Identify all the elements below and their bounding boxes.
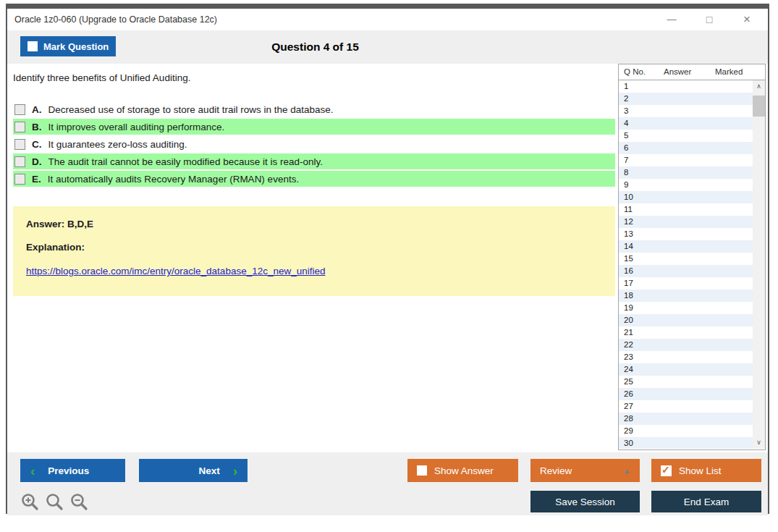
row-question-number: 8: [619, 166, 659, 179]
row-answer-cell: [659, 179, 710, 191]
row-question-number: 21: [619, 326, 659, 339]
question-list-row[interactable]: 30: [619, 437, 753, 449]
question-list-row[interactable]: 22: [619, 339, 753, 351]
row-question-number: 28: [619, 413, 659, 425]
option-d-checkbox[interactable]: [14, 156, 25, 167]
row-question-number: 24: [619, 363, 659, 376]
row-answer-cell: [659, 117, 710, 130]
question-list-scrollbar[interactable]: ∧ ∨: [753, 80, 765, 449]
column-header-marked: Marked: [715, 67, 743, 76]
question-list-row[interactable]: 5: [619, 130, 753, 142]
question-list-row[interactable]: 9: [619, 179, 753, 191]
minimize-icon[interactable]: —: [661, 9, 682, 30]
row-question-number: 27: [619, 400, 659, 413]
question-list-row[interactable]: 7: [619, 154, 753, 166]
row-answer-cell: [659, 400, 710, 413]
question-list-row[interactable]: 29: [619, 425, 753, 437]
question-list-row[interactable]: 24: [619, 363, 753, 376]
show-list-button[interactable]: ✓ Show List: [651, 459, 761, 482]
question-list-row[interactable]: 2: [619, 93, 753, 105]
option-row-a[interactable]: A. Decreased use of storage to store aud…: [13, 101, 615, 117]
next-button[interactable]: Next ›: [139, 459, 248, 482]
end-exam-button[interactable]: End Exam: [651, 491, 761, 512]
option-a-checkbox[interactable]: [14, 104, 25, 115]
option-e-checkbox[interactable]: [14, 174, 25, 185]
row-marked-cell: [710, 339, 753, 351]
option-letter: A.: [32, 104, 42, 115]
question-list-row[interactable]: 25: [619, 376, 753, 388]
row-marked-cell: [710, 228, 753, 240]
question-list-row[interactable]: 10: [619, 191, 753, 203]
options-list: A. Decreased use of storage to store aud…: [13, 101, 615, 188]
question-list-row[interactable]: 27: [619, 400, 753, 413]
question-list-row[interactable]: 3: [619, 105, 753, 117]
row-answer-cell: [659, 314, 710, 326]
question-list-row[interactable]: 19: [619, 302, 753, 314]
explanation-link[interactable]: https://blogs.oracle.com/imc/entry/oracl…: [26, 266, 326, 276]
maximize-icon[interactable]: □: [698, 9, 720, 30]
scroll-down-icon[interactable]: ∨: [753, 436, 765, 449]
row-answer-cell: [659, 203, 710, 216]
option-text: Decreased use of storage to store audit …: [48, 104, 334, 115]
question-list-row[interactable]: 13: [619, 228, 753, 240]
save-session-button[interactable]: Save Session: [530, 491, 640, 512]
row-answer-cell: [659, 290, 710, 302]
row-marked-cell: [710, 105, 753, 117]
row-question-number: 20: [619, 314, 659, 326]
row-question-number: 15: [619, 253, 659, 265]
question-list-row[interactable]: 16: [619, 265, 753, 277]
option-b-checkbox[interactable]: [14, 122, 25, 132]
show-list-checkbox[interactable]: ✓: [661, 465, 672, 476]
row-question-number: 16: [619, 265, 659, 277]
review-dropdown-button[interactable]: Review ▲: [530, 459, 640, 482]
row-marked-cell: [710, 376, 753, 388]
close-icon[interactable]: ×: [736, 9, 758, 30]
option-letter: D.: [32, 156, 42, 167]
question-list-row[interactable]: 8: [619, 166, 753, 179]
question-counter: Question 4 of 15: [7, 30, 623, 64]
show-answer-label: Show Answer: [434, 465, 494, 476]
row-answer-cell: [659, 105, 710, 117]
option-row-d[interactable]: D. The audit trail cannot be easily modi…: [13, 153, 615, 169]
row-marked-cell: [710, 326, 753, 339]
question-list-body: 1 2 3 4 5 6 7 8 9 10 11: [619, 80, 753, 449]
row-marked-cell: [710, 425, 753, 437]
option-row-e[interactable]: E. It automatically audits Recovery Mana…: [13, 171, 615, 187]
question-list-row[interactable]: 12: [619, 216, 753, 228]
question-list-panel: Q No. Answer Marked 1 2 3 4 5 6 7: [618, 64, 766, 450]
row-question-number: 2: [619, 93, 659, 105]
show-answer-button[interactable]: Show Answer: [407, 459, 518, 482]
show-answer-checkbox[interactable]: [417, 465, 427, 476]
row-marked-cell: [710, 191, 753, 203]
option-c-checkbox[interactable]: [14, 139, 25, 150]
previous-button[interactable]: ‹ Previous: [20, 459, 125, 482]
option-row-c[interactable]: C. It guarantees zero-loss auditing.: [13, 136, 615, 152]
question-list-row[interactable]: 4: [619, 117, 753, 130]
scrollbar-thumb[interactable]: [753, 96, 765, 117]
question-list-row[interactable]: 26: [619, 388, 753, 400]
question-list-row[interactable]: 11: [619, 203, 753, 216]
row-answer-cell: [659, 93, 710, 105]
question-list-row[interactable]: 6: [619, 142, 753, 154]
question-list-row[interactable]: 23: [619, 351, 753, 363]
row-marked-cell: [710, 117, 753, 130]
question-list-row[interactable]: 17: [619, 277, 753, 290]
zoom-reset-icon[interactable]: [45, 492, 64, 512]
question-list-row[interactable]: 1: [619, 80, 753, 93]
question-list-row[interactable]: 15: [619, 253, 753, 265]
row-answer-cell: [659, 376, 710, 388]
row-marked-cell: [710, 80, 753, 93]
zoom-out-icon[interactable]: [69, 492, 89, 512]
previous-label: Previous: [48, 465, 89, 476]
row-marked-cell: [710, 388, 753, 400]
question-list-row[interactable]: 20: [619, 314, 753, 326]
question-list-row[interactable]: 21: [619, 326, 753, 339]
question-list-row[interactable]: 14: [619, 240, 753, 253]
review-label: Review: [540, 465, 572, 476]
question-list-row[interactable]: 28: [619, 413, 753, 425]
scroll-up-icon[interactable]: ∧: [753, 80, 765, 93]
zoom-in-icon[interactable]: [20, 492, 40, 512]
row-marked-cell: [710, 302, 753, 314]
question-list-row[interactable]: 18: [619, 290, 753, 302]
option-row-b[interactable]: B. It improves overall auditing performa…: [13, 119, 615, 135]
